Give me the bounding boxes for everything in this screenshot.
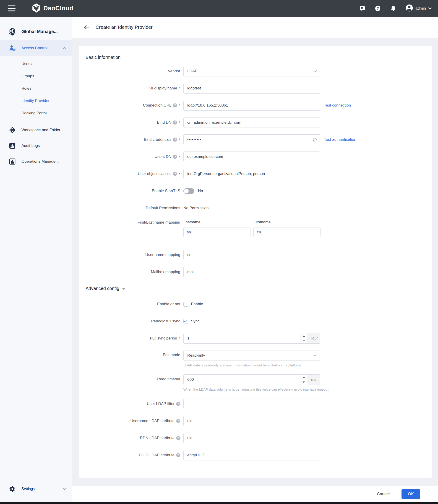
chevron-down-icon [314, 70, 317, 72]
bind-credentials-label: Bind credentials [144, 137, 171, 142]
audit-logs-icon [8, 142, 16, 149]
default-permissions-value: No Permission [183, 206, 209, 210]
user-name-mapping-input[interactable] [183, 250, 320, 260]
required-asterisk: * [179, 155, 180, 159]
mailbox-mapping-input[interactable] [183, 267, 320, 277]
starttls-toggle[interactable] [183, 188, 194, 194]
connection-url-input[interactable] [183, 100, 320, 111]
user-name-mapping-row: User name mapping [86, 250, 423, 260]
connection-url-row: Connection URL ? * Test connection [86, 100, 423, 111]
brand-logo: DaoCloud [32, 3, 74, 14]
full-sync-period-row: Full sync period * H [86, 333, 423, 344]
sidebar-item-operations-management[interactable]: Operations Manage... [0, 153, 72, 169]
back-arrow-icon[interactable] [84, 24, 90, 30]
default-permissions-row: Default Permissions No Permission [86, 203, 423, 213]
sidebar-item-docking-portal[interactable]: Docking Portal [0, 107, 72, 119]
sidebar-item-global-management[interactable]: Global Manage... [0, 23, 72, 40]
edit-mode-label: Edit mode [163, 353, 180, 357]
spinner-down-button[interactable] [300, 380, 307, 385]
help-circle-icon[interactable]: ? [173, 103, 177, 108]
sidebar-item-settings[interactable]: Settings [0, 483, 72, 495]
firstname-input[interactable] [253, 227, 320, 237]
user-menu[interactable]: admin [405, 4, 432, 13]
unit-addon: Hour [307, 333, 320, 344]
ok-button[interactable]: OK [402, 489, 420, 499]
help-circle-icon[interactable]: ? [173, 121, 177, 125]
help-circle-icon[interactable]: ? [173, 155, 177, 159]
user-object-classes-input[interactable] [183, 169, 320, 179]
cancel-button[interactable]: Cancel [377, 492, 390, 496]
messages-icon[interactable] [359, 5, 366, 12]
section-advanced-config[interactable]: Advanced config [86, 286, 423, 291]
hamburger-menu-icon[interactable] [8, 5, 15, 11]
sidebar-item-roles[interactable]: Roles [0, 82, 72, 95]
read-timeout-input[interactable] [183, 374, 307, 385]
bottom-edge-strip [0, 502, 438, 504]
enable-starttls-label: Enable StartTLS [152, 189, 180, 193]
enable-checkbox[interactable] [183, 302, 188, 307]
help-circle-icon[interactable]: ? [176, 453, 180, 457]
enable-starttls-row: Enable StartTLS No [86, 186, 423, 196]
unit-addon: ms [307, 374, 320, 385]
username-ldap-attribute-input[interactable] [183, 416, 320, 426]
sidebar-item-groups[interactable]: Groups [0, 70, 72, 82]
notifications-bell-icon[interactable] [390, 5, 397, 12]
sidebar-item-access-control[interactable]: Access Control [0, 40, 72, 56]
user-name-mapping-label: User name mapping [145, 252, 180, 257]
user-ldap-filter-input[interactable] [183, 399, 320, 409]
content: Basic information Vendor LDAP UI display… [72, 38, 438, 486]
mailbox-mapping-row: Mailbox mapping [86, 267, 423, 277]
required-asterisk: * [179, 138, 180, 142]
rdn-ldap-attribute-input[interactable] [183, 433, 320, 443]
users-dn-input[interactable] [183, 152, 320, 162]
bind-dn-input[interactable] [183, 117, 320, 128]
help-circle-icon[interactable]: ? [173, 138, 177, 142]
sidebar: Global Manage... [0, 17, 72, 502]
form-card: Basic information Vendor LDAP UI display… [79, 46, 432, 478]
ui-display-name-label: UI display name [149, 86, 177, 91]
spinner-up-button[interactable] [300, 333, 307, 338]
vendor-select[interactable]: LDAP [183, 66, 320, 77]
name-mapping-label: First/Last name mapping [138, 220, 180, 225]
read-timeout-helper-text: When the LDAP data volume is large, adju… [183, 387, 329, 391]
sync-checkbox[interactable] [183, 319, 188, 324]
chevron-down-icon [428, 7, 432, 10]
bind-credentials-input[interactable] [183, 134, 320, 145]
help-icon[interactable]: ? [374, 5, 381, 12]
sidebar-item-workspace-and-folder[interactable]: Workspace and Folder [0, 122, 72, 138]
full-sync-period-label: Full sync period [150, 336, 177, 341]
help-circle-icon[interactable]: ? [176, 402, 180, 406]
required-asterisk: * [179, 87, 180, 91]
spinner-up-button[interactable] [300, 375, 307, 380]
sidebar-item-identity-provider[interactable]: Identity Provider [0, 95, 72, 107]
sidebar-item-label: Operations Manage... [22, 159, 59, 164]
sidebar-item-users[interactable]: Users [0, 58, 72, 70]
checkmark-icon [184, 320, 187, 323]
lastname-label: Lastname [183, 220, 251, 225]
bind-dn-row: Bind DN ? * [86, 117, 423, 128]
lastname-input[interactable] [183, 227, 251, 237]
user-ldap-filter-label: User LDAP filter [147, 402, 175, 406]
uuid-ldap-attribute-label: UUID LDAP attribute [139, 453, 175, 458]
username-ldap-attribute-row: Username LDAP attribute ? [86, 416, 423, 426]
full-sync-period-input[interactable] [183, 333, 307, 344]
starttls-state-label: No [198, 189, 203, 193]
access-control-submenu: Users Groups Roles Identity Provider Doc… [0, 58, 72, 119]
spinner-down-button[interactable] [300, 338, 307, 343]
help-circle-icon[interactable]: ? [176, 436, 180, 440]
help-circle-icon[interactable]: ? [173, 172, 177, 176]
operations-chart-icon [8, 158, 16, 165]
sidebar-item-audit-logs[interactable]: Audit Logs [0, 138, 72, 153]
enable-checkbox-label: Enable [191, 302, 203, 307]
mailbox-mapping-label: Mailbox mapping [151, 270, 180, 274]
help-circle-icon[interactable]: ? [176, 419, 180, 423]
ui-display-name-input[interactable] [183, 83, 320, 94]
vendor-row: Vendor LDAP [86, 66, 423, 77]
edit-mode-select[interactable]: Read-only [183, 350, 320, 361]
periodic-full-sync-label: Periodic full sync [151, 319, 180, 324]
test-connection-link[interactable]: Test connection [324, 103, 351, 108]
users-dn-row: Users DN ? * [86, 152, 423, 162]
eye-slash-icon[interactable] [312, 137, 317, 143]
uuid-ldap-attribute-input[interactable] [183, 450, 320, 460]
test-authentication-link[interactable]: Test authentication [324, 137, 356, 142]
